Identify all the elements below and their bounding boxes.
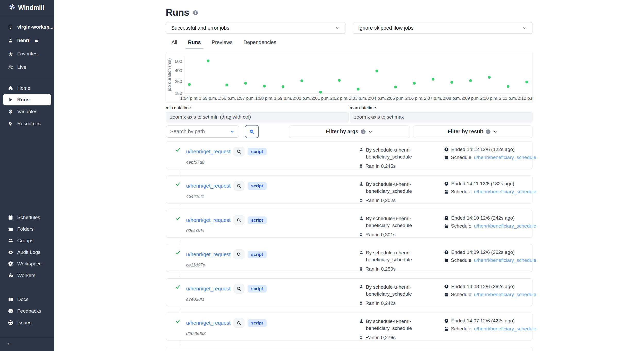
svg-text:2:00 p.m.: 2:00 p.m. — [293, 96, 311, 101]
run-schedule-line: Schedule u/henri/beneficiary_schedule — [444, 292, 536, 297]
run-card[interactable]: u/henri/get_request script 46441cf1 By s… — [166, 176, 532, 203]
run-ended-text: Ended 14:08 12/6 (362s ago) — [451, 284, 515, 289]
run-path-link[interactable]: u/henri/get_request — [186, 286, 231, 292]
run-duration: Ran in 0,276s — [366, 335, 396, 340]
run-id: 02cfa3dc — [186, 228, 359, 233]
run-path-link[interactable]: u/henri/get_request — [186, 217, 231, 223]
run-schedule-line: Schedule u/henri/beneficiary_schedule — [444, 326, 536, 332]
job-kind-select[interactable]: Successful and error jobs — [166, 22, 345, 34]
min-datetime-input[interactable] — [166, 112, 349, 122]
run-card[interactable]: u/henri/get_request script ce11d97e By s… — [166, 244, 532, 272]
filter-by-args-button[interactable]: Filter by args i — [289, 126, 410, 138]
run-duration-line: Ran in 0,245s — [359, 163, 444, 169]
collapse-sidebar-button[interactable]: ← — [0, 337, 54, 348]
run-schedule-link[interactable]: u/henri/beneficiary_schedule — [474, 189, 536, 195]
run-path-link[interactable]: u/henri/get_request — [186, 183, 231, 189]
folder-icon — [8, 227, 13, 232]
run-inspect-button[interactable] — [234, 284, 244, 294]
svg-text:2:08 p.m.: 2:08 p.m. — [443, 96, 461, 101]
run-schedule-link[interactable]: u/henri/beneficiary_schedule — [474, 292, 536, 297]
user-icon — [8, 38, 13, 43]
groups-icon — [8, 238, 13, 243]
run-schedule-link[interactable]: u/henri/beneficiary_schedule — [474, 257, 536, 263]
sidebar-item-folders[interactable]: Folders — [0, 223, 54, 235]
calendar-icon — [444, 258, 448, 263]
success-check-icon — [175, 284, 186, 306]
calendar-icon — [444, 292, 448, 297]
tab-previews[interactable]: Previews — [208, 38, 236, 48]
robot-icon — [8, 273, 13, 278]
run-path-link[interactable]: u/henri/get_request — [186, 252, 231, 257]
sidebar-item-feedbacks[interactable]: Feedbacks — [0, 305, 54, 317]
run-connector-dashed-line — [166, 340, 532, 347]
run-schedule-link[interactable]: u/henri/beneficiary_schedule — [474, 155, 536, 160]
sidebar-item-schedules[interactable]: Schedules — [0, 212, 54, 223]
audit-logs-label: Audit Logs — [17, 249, 40, 255]
app-root: Windmill virgin-worksp... henri ★ — [0, 0, 644, 351]
run-schedule-label: Schedule — [451, 189, 471, 195]
run-schedule-line: Schedule u/henri/beneficiary_schedule — [444, 189, 536, 195]
run-card[interactable]: u/henri/get_request script By schedule-u… — [166, 347, 532, 351]
tab-dependencies[interactable]: Dependencies — [240, 38, 280, 48]
calendar-icon — [444, 155, 448, 160]
run-kind-badge: script — [248, 285, 267, 292]
clock-icon — [444, 284, 449, 289]
sidebar-item-user[interactable]: henri — [0, 34, 54, 47]
windmill-pinwheel-icon — [9, 4, 15, 11]
sidebar-item-audit-logs[interactable]: Audit Logs — [0, 246, 54, 258]
run-card[interactable]: u/henri/get_request script d2048d63 By s… — [166, 313, 532, 340]
max-datetime-input[interactable] — [350, 112, 532, 122]
skipped-flow-select[interactable]: Ignore skipped flow jobs — [353, 22, 532, 34]
sidebar-item-variables[interactable]: $ Variables — [0, 105, 54, 118]
run-schedule-label: Schedule — [451, 257, 471, 263]
runs-list: u/henri/get_request script 4ebf67a8 By s… — [166, 141, 532, 351]
run-schedule-link[interactable]: u/henri/beneficiary_schedule — [474, 223, 536, 229]
run-path-link[interactable]: u/henri/get_request — [186, 149, 231, 155]
sidebar-item-workers[interactable]: Workers — [0, 270, 54, 281]
hourglass-icon — [359, 267, 363, 271]
run-inspect-button[interactable] — [234, 215, 244, 225]
search-by-path-select[interactable]: Search by path — [166, 126, 239, 138]
hourglass-icon — [359, 335, 363, 340]
run-triggered-by: By schedule-u-henri-beneficiary_schedule — [366, 215, 419, 229]
run-triggered-by: By schedule-u-henri-beneficiary_schedule — [366, 284, 419, 298]
sidebar-item-favorites[interactable]: ★ Favorites — [0, 47, 54, 61]
tab-all[interactable]: All — [168, 38, 181, 48]
run-card[interactable]: u/henri/get_request script a7e038f1 By s… — [166, 278, 532, 306]
job-duration-chart[interactable]: 1502504006001:54 p.m.1:55 p.m.1:56 p.m.1… — [166, 52, 532, 103]
sidebar-item-resources[interactable]: Resources — [0, 118, 54, 130]
run-inspect-button[interactable] — [234, 147, 244, 156]
filter-by-result-button[interactable]: Filter by result i — [413, 126, 532, 138]
sidebar-item-workspace-picker[interactable]: virgin-worksp... — [0, 20, 54, 34]
svg-text:2:04 p.m.: 2:04 p.m. — [368, 96, 386, 101]
sidebar-item-issues[interactable]: Issues — [0, 317, 54, 328]
sidebar-item-live[interactable]: Live — [0, 61, 54, 74]
runs-tabs: AllRunsPreviewsDependencies — [166, 38, 532, 48]
run-card[interactable]: u/henri/get_request script 4ebf67a8 By s… — [166, 141, 532, 169]
calendar-icon — [444, 190, 448, 194]
run-card[interactable]: u/henri/get_request script 02cfa3dc By s… — [166, 210, 532, 238]
success-check-icon — [175, 215, 186, 238]
groups-label: Groups — [17, 238, 33, 244]
tab-runs[interactable]: Runs — [184, 38, 205, 48]
svg-text:1:55 p.m.: 1:55 p.m. — [199, 96, 217, 101]
run-inspect-button[interactable] — [234, 181, 244, 191]
chevron-down-icon — [335, 26, 340, 30]
svg-text:1:57 p.m.: 1:57 p.m. — [236, 96, 255, 101]
zoom-out-search-button[interactable] — [245, 125, 259, 138]
magnifier-icon — [236, 218, 241, 223]
sidebar-item-home[interactable]: Home — [0, 82, 54, 94]
sidebar-item-workspace-settings[interactable]: Workspace — [0, 258, 54, 270]
sidebar-item-docs[interactable]: Docs — [0, 294, 54, 305]
run-path-link[interactable]: u/henri/get_request — [186, 320, 231, 326]
run-kind-badge: script — [248, 319, 267, 327]
sidebar-item-groups[interactable]: Groups — [0, 235, 54, 246]
clock-icon — [444, 216, 449, 220]
info-icon[interactable]: i — [193, 10, 198, 15]
windmill-logo[interactable]: Windmill — [0, 0, 54, 15]
run-inspect-button[interactable] — [234, 318, 244, 328]
run-schedule-link[interactable]: u/henri/beneficiary_schedule — [474, 326, 536, 332]
svg-text:2:11 p.m.: 2:11 p.m. — [499, 96, 517, 101]
run-inspect-button[interactable] — [234, 249, 244, 259]
sidebar-item-runs[interactable]: Runs — [3, 94, 51, 105]
